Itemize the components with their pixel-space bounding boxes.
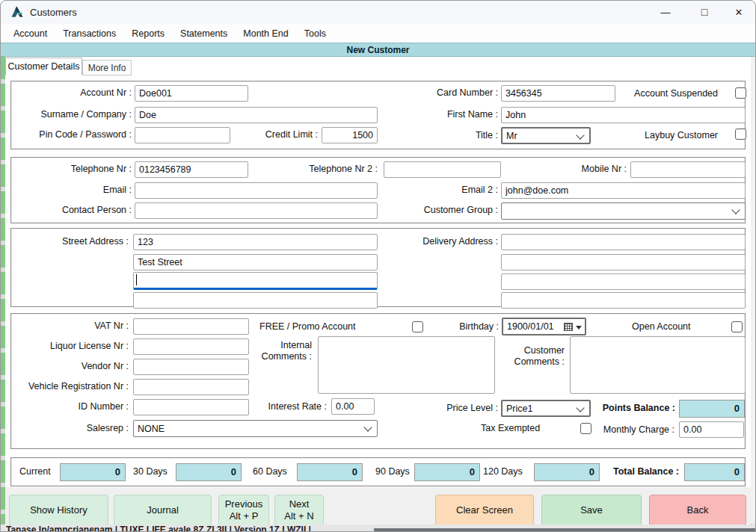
- street-line3-input[interactable]: [133, 272, 378, 290]
- menu-account[interactable]: Account: [13, 28, 47, 39]
- first-name-label: First Name :: [404, 109, 498, 120]
- total-balance-field: 0: [684, 463, 745, 481]
- id-number-label: ID Number :: [12, 401, 129, 412]
- price-level-label: Price Level :: [446, 403, 498, 414]
- email2-input[interactable]: [501, 182, 746, 199]
- menu-month-end[interactable]: Month End: [243, 28, 288, 39]
- telephone2-label: Telephone Nr 2 :: [262, 164, 378, 175]
- maximize-button[interactable]: □: [688, 0, 721, 24]
- window-title: Customers: [30, 7, 77, 18]
- vat-input[interactable]: [133, 318, 249, 335]
- balance-30-label: 30 Days: [133, 466, 170, 477]
- account-suspended-checkbox[interactable]: [735, 87, 746, 99]
- vendor-input[interactable]: [133, 359, 249, 375]
- text-caret: [136, 274, 137, 285]
- surname-input[interactable]: [135, 107, 378, 123]
- contact-person-input[interactable]: [135, 202, 378, 219]
- telephone-input[interactable]: [135, 161, 248, 178]
- menu-reports[interactable]: Reports: [132, 28, 165, 39]
- background-window-edge: [374, 528, 756, 532]
- show-history-button[interactable]: Show History: [9, 495, 108, 526]
- mobile-label: Mobile Nr :: [538, 164, 627, 175]
- title-select[interactable]: Mr: [501, 127, 591, 144]
- points-balance-field: 0: [679, 400, 745, 418]
- laybuy-label: Laybuy Customer: [598, 130, 718, 141]
- delivery-line2-input[interactable]: [501, 254, 746, 270]
- journal-button[interactable]: Journal: [114, 495, 212, 526]
- pin-code-input[interactable]: [135, 127, 230, 143]
- save-button[interactable]: Save: [541, 495, 642, 526]
- account-nr-input[interactable]: [135, 85, 248, 102]
- background-window-sliver: [0, 57, 5, 525]
- balance-60-field: 0: [297, 463, 363, 481]
- email-input[interactable]: [135, 182, 378, 199]
- back-button[interactable]: Back: [649, 495, 746, 526]
- account-suspended-label: Account Suspended: [598, 88, 718, 99]
- close-button[interactable]: ✕: [722, 0, 755, 24]
- chevron-down-icon: [731, 205, 740, 214]
- credit-limit-label: Credit Limit :: [247, 129, 318, 140]
- liquor-license-label: Liquor License Nr :: [12, 341, 129, 352]
- chevron-down-icon: [363, 423, 372, 431]
- menu-statements[interactable]: Statements: [180, 28, 227, 39]
- monthly-charge-input[interactable]: [679, 421, 744, 438]
- street-line1-input[interactable]: [133, 234, 378, 250]
- vehicle-registration-input[interactable]: [133, 379, 249, 395]
- title-label: Title :: [449, 130, 498, 141]
- tab-customer-details[interactable]: Customer Details: [5, 58, 82, 75]
- laybuy-checkbox[interactable]: [735, 129, 746, 140]
- street-line4-input[interactable]: [133, 292, 378, 309]
- birthday-value: 1900/01/01: [507, 321, 554, 332]
- salesrep-select[interactable]: NONE: [133, 420, 378, 437]
- first-name-input[interactable]: [501, 107, 746, 123]
- birthday-label: Birthday :: [456, 321, 499, 332]
- tax-exempted-label: Tax Exempted: [481, 423, 548, 434]
- calendar-icon: [564, 323, 573, 331]
- title-value: Mr: [506, 131, 517, 141]
- credit-limit-input[interactable]: [322, 127, 378, 143]
- email2-label: Email 2 :: [404, 185, 498, 196]
- delivery-line4-input[interactable]: [501, 292, 746, 309]
- telephone2-input[interactable]: [384, 161, 501, 178]
- tax-exempted-checkbox[interactable]: [580, 423, 591, 434]
- right-gutter: [751, 57, 756, 525]
- clear-screen-button[interactable]: Clear Screen: [435, 495, 534, 526]
- date-dropdown-icon: [576, 326, 582, 330]
- interest-rate-input[interactable]: [331, 398, 375, 415]
- internal-comments-label: Internal Comments :: [258, 340, 312, 362]
- previous-button[interactable]: Previous Alt + P: [218, 495, 269, 526]
- next-button[interactable]: Next Alt + N: [274, 495, 324, 526]
- app-logo-icon: [10, 5, 24, 19]
- delivery-line1-input[interactable]: [501, 234, 746, 250]
- background-status-strip: Tanase In/amncrianenam | TUXE LIFE avale…: [0, 525, 756, 532]
- customer-group-select[interactable]: [501, 202, 746, 220]
- surname-label: Surname / Company :: [15, 109, 132, 120]
- total-balance-label: Total Balance :: [606, 466, 679, 477]
- birthday-date-picker[interactable]: 1900/01/01: [502, 318, 586, 335]
- tab-more-info[interactable]: More Info: [82, 60, 132, 75]
- balance-current-field: 0: [60, 463, 126, 481]
- internal-comments-textarea[interactable]: [318, 336, 495, 394]
- contact-person-label: Contact Person :: [15, 205, 132, 216]
- chevron-down-icon: [576, 131, 584, 139]
- customer-comments-textarea[interactable]: [570, 336, 746, 394]
- mobile-input[interactable]: [630, 161, 746, 178]
- price-level-select[interactable]: Price1: [501, 400, 591, 417]
- open-account-checkbox[interactable]: [731, 321, 743, 332]
- balance-60-label: 60 Days: [253, 466, 290, 477]
- price-level-value: Price1: [506, 403, 532, 414]
- liquor-license-input[interactable]: [133, 338, 249, 355]
- minimize-button[interactable]: —: [649, 0, 682, 24]
- delivery-line3-input[interactable]: [501, 273, 746, 290]
- email-label: Email :: [15, 185, 132, 196]
- free-promo-checkbox[interactable]: [412, 321, 423, 332]
- salesrep-label: Salesrep :: [12, 423, 129, 434]
- street-line2-input[interactable]: [133, 254, 378, 270]
- balance-30-field: 0: [176, 463, 242, 481]
- customer-comments-label: Customer Comments :: [507, 345, 565, 368]
- balance-90-field: 0: [414, 463, 480, 481]
- menu-transactions[interactable]: Transactions: [63, 28, 116, 39]
- id-number-input[interactable]: [133, 399, 249, 415]
- vendor-label: Vendor Nr :: [12, 361, 129, 372]
- menu-tools[interactable]: Tools: [304, 28, 326, 39]
